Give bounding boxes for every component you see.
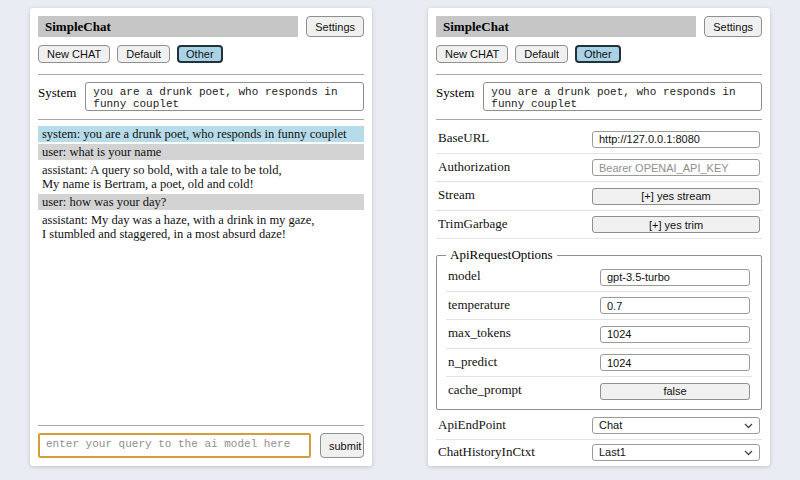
setting-control xyxy=(600,296,750,315)
app-title: SimpleChat xyxy=(436,16,696,37)
system-label: System xyxy=(38,82,76,111)
setting-toggle-trim-garbage[interactable]: [+] yes trim xyxy=(592,216,760,233)
setting-label-n-predict: n_predict xyxy=(448,354,497,370)
title-row: SimpleChat Settings xyxy=(38,16,364,37)
settings-list: BaseURLAuthorizationStream[+] yes stream… xyxy=(436,125,762,466)
setting-toggle-cache-prompt[interactable]: false xyxy=(600,383,750,400)
setting-row-trim-garbage: TrimGarbage[+] yes trim xyxy=(436,211,762,240)
setting-label-chat-history-in-ctxt: ChatHistoryInCtxt xyxy=(438,444,535,460)
setting-control: [+] yes trim xyxy=(592,215,760,234)
setting-input-temperature[interactable] xyxy=(600,297,750,314)
chat-footer: submit xyxy=(38,417,364,458)
setting-control: Chat xyxy=(592,417,760,434)
query-input[interactable] xyxy=(38,433,311,458)
session-buttons: New CHAT Default Other xyxy=(436,45,762,63)
setting-label-cache-prompt: cache_prompt xyxy=(448,382,522,398)
chat-history: system: you are a drunk poet, who respon… xyxy=(38,126,364,244)
selected-option: Chat xyxy=(599,419,622,431)
setting-row-model: model xyxy=(446,263,752,292)
chat-message-assistant: assistant: My day was a haze, with a dri… xyxy=(38,212,364,242)
session-button-default[interactable]: Default xyxy=(117,45,170,63)
setting-label-trim-garbage: TrimGarbage xyxy=(438,216,508,232)
setting-input-authorization[interactable] xyxy=(592,159,760,176)
selected-option: Last1 xyxy=(599,446,626,458)
chat-message-user: user: how was your day? xyxy=(38,194,364,210)
setting-control xyxy=(600,353,750,372)
query-row: submit xyxy=(38,433,364,458)
setting-label-temperature: temperature xyxy=(448,297,510,313)
setting-label-api-end-point: ApiEndPoint xyxy=(438,417,506,433)
chat-message-user: user: what is your name xyxy=(38,144,364,160)
setting-control xyxy=(592,129,760,148)
setting-toggle-stream[interactable]: [+] yes stream xyxy=(592,188,760,205)
divider xyxy=(436,119,762,120)
chevron-down-icon xyxy=(744,446,753,458)
system-prompt-input[interactable]: you are a drunk poet, who responds in fu… xyxy=(483,82,762,111)
new-chat-button[interactable]: New CHAT xyxy=(436,45,508,63)
session-button-other[interactable]: Other xyxy=(177,45,223,63)
setting-row-max-tokens: max_tokens xyxy=(446,320,752,349)
title-row: SimpleChat Settings xyxy=(436,16,762,37)
setting-row-base-url: BaseURL xyxy=(436,125,762,154)
api-request-options-group: ApiRequestOptionsmodeltemperaturemax_tok… xyxy=(436,247,762,410)
chevron-down-icon xyxy=(744,419,753,431)
setting-control: Last1 xyxy=(592,444,760,461)
settings-button[interactable]: Settings xyxy=(704,16,762,37)
setting-label-authorization: Authorization xyxy=(438,159,510,175)
setting-row-api-end-point: ApiEndPointChat xyxy=(436,413,762,440)
settings-panel: SimpleChat Settings New CHAT Default Oth… xyxy=(428,8,770,466)
settings-button[interactable]: Settings xyxy=(306,16,364,37)
divider xyxy=(38,74,364,75)
system-prompt-input[interactable]: you are a drunk poet, who responds in fu… xyxy=(85,82,364,111)
app-title: SimpleChat xyxy=(38,16,298,37)
divider xyxy=(38,425,364,426)
setting-row-stream: Stream[+] yes stream xyxy=(436,182,762,211)
setting-label-stream: Stream xyxy=(438,187,475,203)
setting-control: false xyxy=(600,381,750,400)
setting-control: [+] yes stream xyxy=(592,186,760,205)
setting-input-model[interactable] xyxy=(600,269,750,286)
system-label: System xyxy=(436,82,474,111)
setting-row-cache-prompt: cache_promptfalse xyxy=(446,377,752,405)
setting-control xyxy=(592,158,760,177)
setting-row-n-predict: n_predict xyxy=(446,349,752,378)
system-prompt-row: System you are a drunk poet, who respond… xyxy=(436,82,762,111)
setting-input-n-predict[interactable] xyxy=(600,354,750,371)
setting-input-max-tokens[interactable] xyxy=(600,326,750,343)
setting-row-temperature: temperature xyxy=(446,292,752,321)
divider xyxy=(436,74,762,75)
setting-control xyxy=(600,324,750,343)
chat-message-assistant: assistant: A query so bold, with a tale … xyxy=(38,162,364,192)
setting-label-model: model xyxy=(448,268,481,284)
session-buttons: New CHAT Default Other xyxy=(38,45,364,63)
setting-row-authorization: Authorization xyxy=(436,154,762,183)
setting-select-api-end-point[interactable]: Chat xyxy=(592,417,760,434)
submit-button[interactable]: submit xyxy=(320,433,364,458)
session-button-default[interactable]: Default xyxy=(515,45,568,63)
setting-control xyxy=(600,267,750,286)
session-button-other[interactable]: Other xyxy=(575,45,621,63)
setting-label-max-tokens: max_tokens xyxy=(448,325,511,341)
chat-message-system: system: you are a drunk poet, who respon… xyxy=(38,126,364,142)
system-prompt-row: System you are a drunk poet, who respond… xyxy=(38,82,364,111)
setting-row-chat-history-in-ctxt: ChatHistoryInCtxtLast1 xyxy=(436,440,762,467)
new-chat-button[interactable]: New CHAT xyxy=(38,45,110,63)
group-legend: ApiRequestOptions xyxy=(446,247,557,263)
divider xyxy=(38,119,364,120)
setting-input-base-url[interactable] xyxy=(592,131,760,148)
setting-select-chat-history-in-ctxt[interactable]: Last1 xyxy=(592,444,760,461)
setting-label-base-url: BaseURL xyxy=(438,130,489,146)
chat-panel: SimpleChat Settings New CHAT Default Oth… xyxy=(30,8,372,466)
